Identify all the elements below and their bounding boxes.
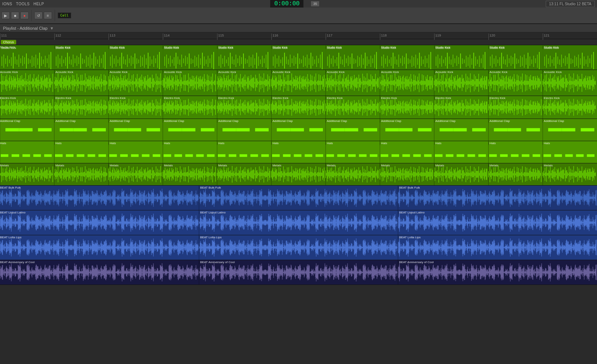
track-beat-bulk-fulk-content[interactable]: BEAT Bulk Fulk BEAT Bulk Fulk BEAT Bulk … bbox=[0, 186, 597, 210]
track-beat-anniversary: BEAT Anniversary of Cool BEAT Anniversar… bbox=[0, 260, 597, 285]
beat-anniversary-waveform bbox=[0, 260, 597, 285]
all-tracks: Studio Kick bbox=[0, 45, 597, 364]
fl-studio-app: IONS TOOLS HELP 0:00:00 35 13:11 FL Stud… bbox=[0, 0, 597, 364]
top-menubar: IONS TOOLS HELP 0:00:00 35 13:11 FL Stud… bbox=[0, 0, 597, 8]
track-metals: Metals Metals Metals Metals Metals Metal… bbox=[0, 163, 597, 186]
tmark-119: 119 bbox=[434, 34, 441, 40]
chorus-row: Chorus bbox=[0, 39, 597, 45]
track-hats: Hats Hats Hats Hats Hats Hats Hats Hats … bbox=[0, 141, 597, 163]
playlist-dropdown[interactable]: ▼ bbox=[50, 26, 54, 30]
tmark-113: 113 bbox=[109, 34, 115, 40]
hats-waveform bbox=[0, 141, 597, 163]
track-beat-bulk-fulk: BEAT Bulk Fulk BEAT Bulk Fulk BEAT Bulk … bbox=[0, 186, 597, 210]
playlist-area: 111 112 113 114 115 116 117 118 119 120 … bbox=[0, 32, 597, 364]
track-studio-kick-content[interactable]: Studio Kick bbox=[0, 45, 597, 70]
tmark-121: 121 bbox=[543, 34, 550, 40]
loop-button[interactable]: ↺ bbox=[34, 12, 43, 19]
pattern-button[interactable]: ≡ bbox=[44, 12, 52, 19]
track-metals-content[interactable]: Metals Metals Metals Metals Metals Metal… bbox=[0, 163, 597, 185]
track-beat-liqiud-latino-content[interactable]: BEAT Liqiud Latino BEAT Liqiud Latino BE… bbox=[0, 210, 597, 235]
header-controls: ▶ ■ ● ↺ ≡ Cell bbox=[0, 8, 597, 24]
track-beat-lotta-lips-content[interactable]: BEAT Lotta Lips BEAT Lotta Lips BEAT Lot… bbox=[0, 235, 597, 260]
bpm-display[interactable]: 35 bbox=[311, 1, 320, 7]
beat-lotta-lips-waveform bbox=[0, 235, 597, 260]
track-hats-content[interactable]: Hats Hats Hats Hats Hats Hats Hats Hats … bbox=[0, 141, 597, 163]
tmark-112: 112 bbox=[54, 34, 61, 40]
track-beat-anniversary-content[interactable]: BEAT Anniversary of Cool BEAT Anniversar… bbox=[0, 260, 597, 285]
chorus-badge: Chorus bbox=[1, 40, 16, 44]
play-button[interactable]: ▶ bbox=[2, 12, 10, 19]
track-acoustic-kick-content[interactable]: Acoustic Kick Acoustic Kick Acoustic Kic… bbox=[0, 70, 597, 96]
studio-kick-waveform: Studio Kick bbox=[0, 45, 597, 70]
track-additional-clap: Additional Clap Additional Clap Addition… bbox=[0, 119, 597, 141]
track-acoustic-kick: Acoustic Kick Acoustic Kick Acoustic Kic… bbox=[0, 70, 597, 96]
status-display: 13:11 FL Studio 12 BETA bbox=[546, 1, 595, 7]
beat-liqiud-latino-waveform bbox=[0, 210, 597, 235]
playlist-title: Playlist - Additional Clap bbox=[3, 26, 47, 30]
track-beat-liqiud-latino: BEAT Liqiud Latino BEAT Liqiud Latino BE… bbox=[0, 210, 597, 235]
timeline-inner: 111 112 113 114 115 116 117 118 119 120 … bbox=[0, 32, 597, 39]
track-electro-kick-content[interactable]: Electro Kick Electro Kick Electro Kick E… bbox=[0, 96, 597, 119]
beat-bulk-fulk-waveform bbox=[0, 186, 597, 210]
timeline-ruler[interactable]: 111 112 113 114 115 116 117 118 119 120 … bbox=[0, 32, 597, 39]
track-beat-lotta-lips: BEAT Lotta Lips BEAT Lotta Lips BEAT Lot… bbox=[0, 235, 597, 260]
tmark-114: 114 bbox=[163, 34, 170, 40]
tmark-111: 111 bbox=[0, 34, 7, 40]
record-button[interactable]: ● bbox=[20, 12, 29, 19]
electro-kick-waveform bbox=[0, 96, 597, 119]
stop-button[interactable]: ■ bbox=[11, 12, 19, 19]
cell-display: Cell bbox=[58, 12, 71, 18]
metals-waveform bbox=[0, 163, 597, 185]
menu-help[interactable]: HELP bbox=[34, 2, 44, 6]
transport-time: 0:00:00 bbox=[270, 0, 304, 8]
track-electro-kick: Electro Kick Electro Kick Electro Kick E… bbox=[0, 96, 597, 119]
tmark-115: 115 bbox=[217, 34, 224, 40]
menu-tools[interactable]: TOOLS bbox=[16, 2, 29, 6]
acoustic-kick-waveform bbox=[0, 70, 597, 96]
tmark-117: 117 bbox=[326, 34, 332, 40]
svg-rect-29 bbox=[0, 45, 597, 70]
tmark-118: 118 bbox=[380, 34, 387, 40]
track-additional-clap-content[interactable]: Additional Clap Additional Clap Addition… bbox=[0, 119, 597, 141]
track-studio-kick: Studio Kick bbox=[0, 45, 597, 70]
playlist-titlebar: Playlist - Additional Clap ▼ bbox=[0, 24, 597, 32]
tmark-120: 120 bbox=[488, 34, 495, 40]
menu-ions[interactable]: IONS bbox=[2, 2, 12, 6]
tmark-116: 116 bbox=[271, 34, 278, 40]
additional-clap-waveform bbox=[0, 119, 597, 141]
